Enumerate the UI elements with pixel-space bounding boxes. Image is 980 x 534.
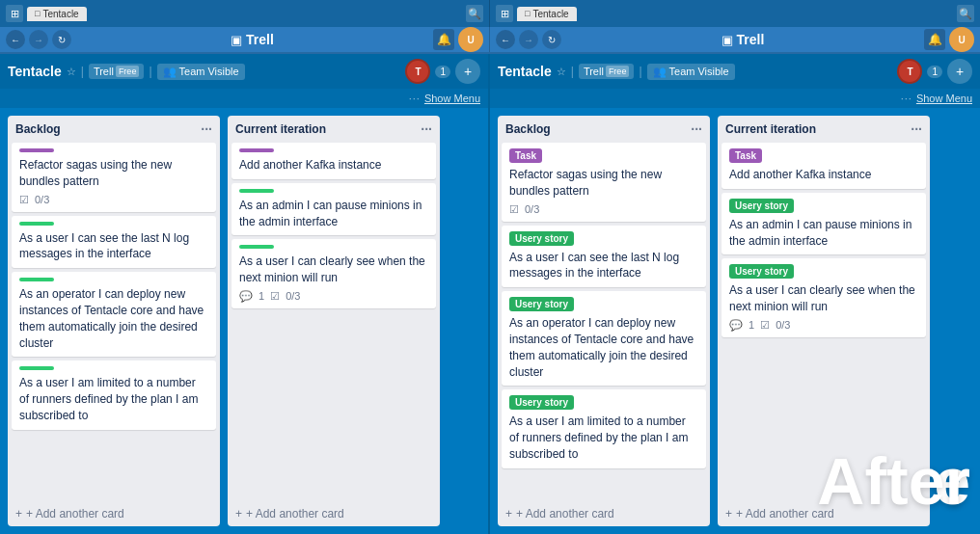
right-card-1-tag: Task <box>509 148 542 163</box>
left-card-1-checklist: 0/3 <box>35 194 49 205</box>
left-trello-icon: ▣ <box>231 33 242 47</box>
right-iter-card-3-tag: Usery story <box>729 264 794 279</box>
left-search-icon[interactable]: 🔍 <box>466 5 483 22</box>
right-user-avatar[interactable]: U <box>949 27 974 52</box>
left-back-btn[interactable]: ← <box>6 30 25 49</box>
right-star-icon[interactable]: ☆ <box>557 66 566 78</box>
left-card-2[interactable]: As a user I can see the last N log messa… <box>12 216 216 269</box>
right-iter-card-3-comments: 1 <box>749 319 754 331</box>
left-card-4-text: As a user I am limited to a number of ru… <box>19 375 208 423</box>
left-iter-card-3-text: As a user I can clearly see when the nex… <box>239 254 428 286</box>
right-iter-card-2-tag: Usery story <box>729 199 794 213</box>
right-card-1[interactable]: Task Refactor sagas using the new bundle… <box>502 143 706 222</box>
right-backlog-header: Backlog ··· <box>498 116 710 143</box>
right-iter-card-3-text: As a user I can clearly see when the nex… <box>729 282 918 315</box>
left-card-3[interactable]: As an operator I can deploy new instance… <box>12 272 216 357</box>
left-show-menu-bar: ··· Show Menu <box>0 89 488 108</box>
right-card-2-text: As a user I can see the last N log messa… <box>509 250 698 282</box>
left-member-avatar: T <box>405 59 430 84</box>
left-card-2-text: As a user I can see the last N log messa… <box>19 230 208 263</box>
right-iter-card-2-text: As an admin I can pause minions in the a… <box>729 217 918 250</box>
right-card-2[interactable]: Usery story As a user I can see the last… <box>502 226 706 288</box>
right-backlog-menu-icon[interactable]: ··· <box>691 121 702 137</box>
right-iter-card-1[interactable]: Task Add another Kafka instance <box>721 143 926 189</box>
left-iter-card-3-checklist-icon: ☑ <box>270 290 280 303</box>
right-trell-btn[interactable]: Trell Free <box>579 64 635 79</box>
left-show-menu-link[interactable]: Show Menu <box>424 93 480 104</box>
right-forward-btn[interactable]: → <box>519 30 538 49</box>
right-card-1-checklist: 0/3 <box>525 203 539 215</box>
left-iter-card-3[interactable]: As a user I can clearly see when the nex… <box>231 239 436 308</box>
left-backlog-add-card[interactable]: + + Add another card <box>8 501 220 526</box>
right-card-1-text: Refactor sagas using the new bundles pat… <box>509 167 698 200</box>
left-add-member-btn[interactable]: + <box>455 59 480 84</box>
right-board-name: Tentacle <box>498 64 552 79</box>
left-card-1-checklist-icon: ☑ <box>19 194 29 206</box>
left-card-3-text: As an operator I can deploy new instance… <box>19 286 208 351</box>
left-team-btn[interactable]: 👥 Team Visible <box>157 64 245 80</box>
left-forward-btn[interactable]: → <box>29 30 48 49</box>
left-star-icon[interactable]: ☆ <box>67 66 76 78</box>
left-iteration-add-card[interactable]: + + Add another card <box>228 501 440 526</box>
right-iter-card-1-text: Add another Kafka instance <box>729 167 918 183</box>
right-backlog-list: Backlog ··· Task Refactor sagas using th… <box>498 116 710 526</box>
right-member-avatar: T <box>897 59 922 84</box>
left-board-header: Tentacle ☆ | Trell Free | 👥 Team Visible… <box>0 54 488 89</box>
right-team-btn[interactable]: 👥 Team Visible <box>647 64 735 80</box>
right-card-3-text: As an operator I can deploy new instance… <box>509 315 698 380</box>
right-tab-trello[interactable]: □ Tentacle <box>517 7 577 21</box>
left-backlog-list: Backlog ··· Refactor sagas using the new… <box>8 116 220 526</box>
left-iter-card-2-text: As an admin I can pause minions in the a… <box>239 198 428 230</box>
right-member-count: 1 <box>927 66 942 78</box>
right-back-btn[interactable]: ← <box>496 30 515 49</box>
right-iter-card-3[interactable]: Usery story As a user I can clearly see … <box>721 258 926 337</box>
right-board-header: Tentacle ☆ | Trell Free | 👥 Team Visible… <box>490 54 980 89</box>
left-iter-card-3-checklist: 0/3 <box>286 290 300 302</box>
right-card-4[interactable]: Usery story As a user I am limited to a … <box>502 389 706 467</box>
left-card-1-text: Refactor sagas using the new bundles pat… <box>19 157 208 190</box>
right-card-4-tag: Usery story <box>509 395 574 410</box>
left-tab-trello[interactable]: □ Tentacle <box>27 7 87 21</box>
left-iteration-header: Current iteration ··· <box>228 116 440 143</box>
right-show-menu-bar: ··· Show Menu <box>490 89 980 108</box>
left-iteration-list: Current iteration ··· Add another Kafka … <box>228 116 440 526</box>
left-backlog-menu-icon[interactable]: ··· <box>201 121 212 137</box>
right-backlog-add-card[interactable]: + + Add another card <box>498 501 710 526</box>
left-backlog-header: Backlog ··· <box>8 116 220 143</box>
left-iter-card-3-comments: 1 <box>259 290 264 302</box>
right-card-4-text: As a user I am limited to a number of ru… <box>509 414 698 462</box>
left-iter-card-1-text: Add another Kafka instance <box>239 157 428 174</box>
left-trell-btn[interactable]: Trell Free <box>89 64 145 79</box>
left-trello-name: Trell <box>246 32 274 47</box>
left-card-4[interactable]: As a user I am limited to a number of ru… <box>12 360 216 429</box>
right-refresh-btn[interactable]: ↻ <box>542 30 561 49</box>
right-card-2-tag: Usery story <box>509 231 574 246</box>
right-show-menu-link[interactable]: Show Menu <box>916 93 972 104</box>
right-iteration-menu-icon[interactable]: ··· <box>911 121 922 137</box>
left-user-avatar[interactable]: U <box>458 27 483 52</box>
left-card-1[interactable]: Refactor sagas using the new bundles pat… <box>12 143 216 212</box>
right-tab-home[interactable]: ⊞ <box>496 5 513 22</box>
right-trello-name: Trell <box>737 32 765 47</box>
left-board-name: Tentacle <box>8 64 62 79</box>
right-iter-card-1-tag: Task <box>729 148 762 163</box>
left-iter-card-3-comment-icon: 💬 <box>239 290 253 303</box>
right-card-3-tag: Usery story <box>509 297 574 311</box>
right-iter-card-2[interactable]: Usery story As an admin I can pause mini… <box>721 193 926 255</box>
right-add-member-btn[interactable]: + <box>947 59 972 84</box>
left-member-count: 1 <box>435 66 450 78</box>
left-tab-home[interactable]: ⊞ <box>6 5 23 22</box>
right-iteration-header: Current iteration ··· <box>718 116 930 143</box>
left-iteration-menu-icon[interactable]: ··· <box>421 121 432 137</box>
left-iter-card-2[interactable]: As an admin I can pause minions in the a… <box>231 183 436 236</box>
left-bell-icon[interactable]: 🔔 <box>433 29 454 50</box>
left-refresh-btn[interactable]: ↻ <box>52 30 71 49</box>
right-iter-card-3-checklist: 0/3 <box>776 319 790 331</box>
right-card-3[interactable]: Usery story As an operator I can deploy … <box>502 291 706 386</box>
right-bell-icon[interactable]: 🔔 <box>924 29 945 50</box>
right-trello-icon: ▣ <box>721 33 733 47</box>
left-iter-card-1[interactable]: Add another Kafka instance <box>231 143 436 179</box>
after-label: After <box>817 443 970 519</box>
right-search-icon[interactable]: 🔍 <box>957 5 974 22</box>
